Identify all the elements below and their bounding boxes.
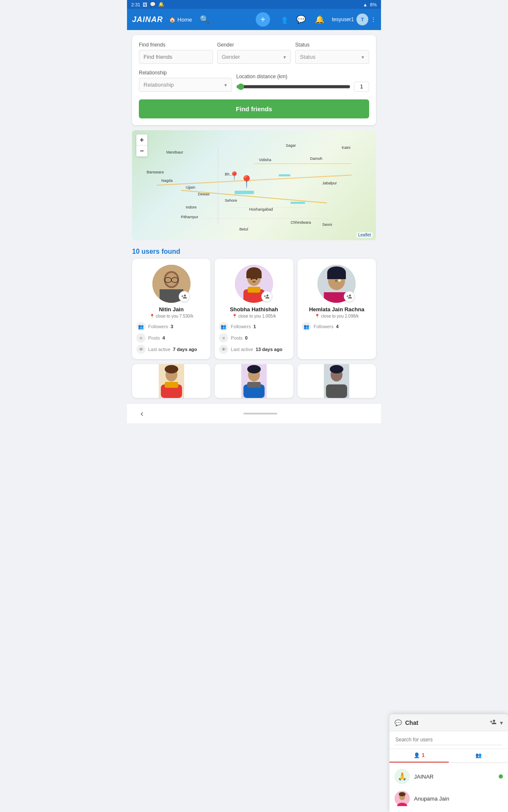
user-avatar-wrap	[235, 265, 273, 303]
friends-nav-button[interactable]: 👥	[276, 13, 289, 26]
notifications-nav-button[interactable]: 🔔	[313, 13, 326, 26]
brand-logo[interactable]: JAINAR	[132, 15, 163, 24]
user-name: Shobha Hathishah	[230, 306, 278, 313]
svg-rect-34	[247, 382, 261, 388]
users-found-header: 10 users found	[127, 245, 381, 259]
add-friend-button[interactable]	[261, 291, 272, 302]
posts-icon: ≡	[136, 333, 146, 343]
partial-user-card[interactable]	[215, 364, 293, 398]
map-zoom-in-button[interactable]: +	[136, 134, 147, 145]
gender-label: Gender	[217, 42, 291, 48]
user-menu[interactable]: tesyuser1 T ⋮	[332, 14, 376, 25]
gender-select[interactable]: Gender Male Female Other	[217, 50, 291, 64]
distance-label: Location distance (km)	[236, 74, 369, 80]
map-label-chhindwara: Chhindwara	[290, 220, 311, 225]
status-label: Status	[295, 42, 369, 48]
map-label-nagda: Nagda	[161, 178, 173, 183]
map-label-banswara: Banswara	[147, 170, 164, 174]
find-friends-button[interactable]: Find friends	[139, 99, 369, 118]
map-container[interactable]: Mandsaur Banswara Nagda Ujjain Sagar Dam…	[132, 130, 376, 240]
posts-label: Posts	[231, 335, 243, 340]
followers-stat: 👥 Followers 3	[136, 322, 206, 331]
back-button[interactable]: ‹	[135, 407, 149, 420]
top-nav: JAINAR 🏠 Home 🔍 + 👥 💬 🔔 tesyuser1 T ⋮	[127, 9, 381, 30]
last-active-label: Last active	[231, 347, 253, 352]
map-label-betul: Betul	[239, 227, 248, 231]
status-select[interactable]: Status Active Inactive	[295, 50, 369, 64]
last-active-icon: 👁	[136, 345, 146, 354]
whatsapp-icon: 💬	[150, 2, 156, 7]
user-name: Nitin Jain	[159, 306, 184, 313]
home-nav-item[interactable]: 🏠 Home	[169, 16, 192, 23]
map-label-pithampur: Pithampur	[181, 215, 198, 219]
relationship-row: Relationship Relationship Single Married…	[139, 70, 369, 92]
user-avatar-wrap	[318, 265, 356, 303]
followers-label: Followers	[314, 324, 334, 329]
svg-rect-13	[248, 287, 260, 293]
partial-avatar-2	[241, 364, 267, 398]
svg-rect-29	[165, 382, 178, 388]
gender-select-wrapper: Gender Male Female Other	[217, 50, 291, 64]
relationship-group: Relationship Relationship Single Married…	[139, 70, 232, 92]
username-label: tesyuser1	[332, 16, 354, 22]
find-friends-input[interactable]	[139, 50, 213, 64]
distance-text: close to you 7.530/k	[156, 314, 193, 318]
pin-icon: 📍	[149, 314, 155, 318]
add-friend-button[interactable]	[179, 291, 190, 302]
status-time: 2:31	[131, 2, 140, 7]
map-zoom-out-button[interactable]: −	[136, 145, 147, 156]
svg-point-23	[335, 280, 337, 282]
notification-icon: 🔔	[158, 2, 164, 7]
last-active-label: Last active	[148, 347, 171, 352]
distance-text: close to you 1.005/k	[238, 314, 276, 318]
last-active-stat: 👁 Last active 7 days ago	[136, 345, 206, 354]
followers-stat: 👥 Followers 1	[219, 322, 289, 331]
map-label-sagar: Sagar	[286, 143, 296, 148]
more-icon[interactable]: ⋮	[371, 16, 376, 22]
svg-point-15	[256, 278, 257, 280]
search-nav-button[interactable]: 🔍	[198, 13, 211, 26]
battery-text: 8%	[370, 2, 377, 7]
add-friend-button[interactable]	[344, 291, 355, 302]
gallery-icon: 🖼	[143, 2, 147, 7]
add-content-button[interactable]: +	[256, 12, 270, 27]
find-friends-label: Find friends	[139, 42, 213, 48]
user-stats: 👥 Followers 4	[302, 322, 372, 331]
user-card[interactable]: Nitin Jain 📍 close to you 7.530/k 👥 Foll…	[132, 259, 210, 359]
users-found-label: users found	[141, 248, 180, 255]
svg-point-27	[165, 365, 178, 373]
slider-row: 1	[236, 82, 369, 92]
partial-user-card[interactable]	[132, 364, 210, 398]
map-label-seoni: Seoni	[322, 222, 332, 227]
map-label-jabalpur: Jabalpur	[322, 181, 337, 185]
find-friends-group: Find friends	[139, 42, 213, 64]
distance-value: 1	[354, 82, 369, 92]
svg-rect-38	[326, 384, 347, 398]
home-label: Home	[177, 16, 192, 23]
home-indicator	[243, 413, 277, 414]
followers-icon: 👥	[136, 322, 146, 331]
filter-card: Find friends Gender Gender Male Female O…	[132, 35, 376, 125]
user-card[interactable]: Shobha Hathishah 📍 close to you 1.005/k …	[215, 259, 293, 359]
pin-icon: 📍	[315, 314, 320, 318]
distance-slider[interactable]	[236, 83, 351, 90]
followers-icon: 👥	[219, 322, 228, 331]
map-location-pin-2: 📍	[229, 171, 240, 181]
last-active-stat: 👁 Last active 13 days ago	[219, 345, 289, 354]
map-leaflet-attribution: Leaflet	[356, 232, 373, 238]
svg-point-24	[338, 279, 341, 282]
users-count: 10	[132, 248, 140, 255]
pin-icon: 📍	[232, 314, 237, 318]
partial-avatar-1	[159, 364, 184, 398]
user-distance: 📍 close to you 1.005/k	[232, 314, 276, 318]
relationship-select[interactable]: Relationship Single Married Divorced	[139, 78, 232, 92]
posts-count: 0	[245, 335, 248, 340]
user-card[interactable]: Hemlata Jain Rachna 📍 close to you 2.098…	[298, 259, 376, 359]
followers-count: 3	[171, 324, 173, 329]
status-bar-right: ▲ 8%	[363, 2, 377, 7]
partial-user-card[interactable]	[298, 364, 376, 398]
status-bar-left: 2:31 🖼 💬 🔔	[131, 2, 164, 7]
messages-nav-button[interactable]: 💬	[295, 13, 307, 26]
map-label-vidisha: Vidisha	[259, 158, 271, 162]
last-active-value: 13 days ago	[256, 347, 282, 352]
